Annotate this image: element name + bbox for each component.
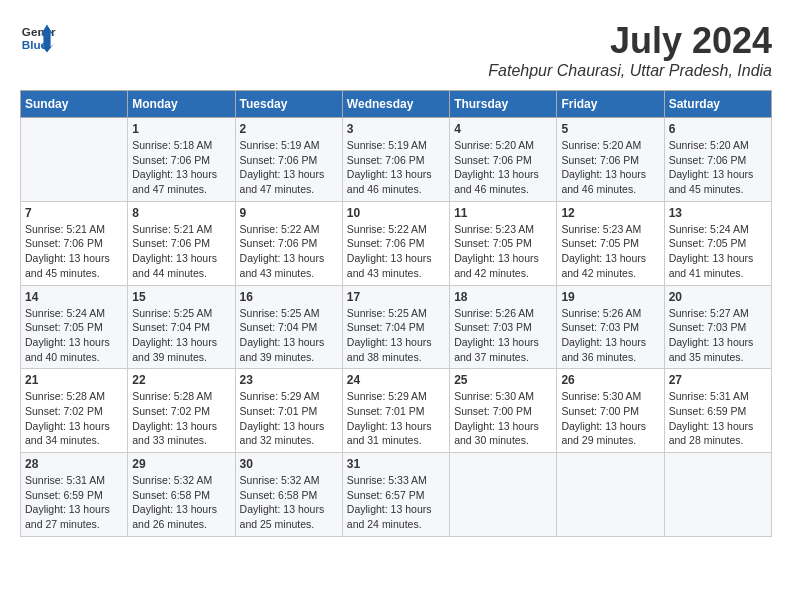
- day-number: 26: [561, 373, 659, 387]
- day-number: 16: [240, 290, 338, 304]
- day-number: 13: [669, 206, 767, 220]
- calendar-cell: 16Sunrise: 5:25 AM Sunset: 7:04 PM Dayli…: [235, 285, 342, 369]
- calendar-cell: 27Sunrise: 5:31 AM Sunset: 6:59 PM Dayli…: [664, 369, 771, 453]
- day-header-tuesday: Tuesday: [235, 91, 342, 118]
- calendar-week-1: 1Sunrise: 5:18 AM Sunset: 7:06 PM Daylig…: [21, 118, 772, 202]
- calendar-cell: 12Sunrise: 5:23 AM Sunset: 7:05 PM Dayli…: [557, 201, 664, 285]
- day-info: Sunrise: 5:31 AM Sunset: 6:59 PM Dayligh…: [25, 473, 123, 532]
- day-number: 17: [347, 290, 445, 304]
- calendar-cell: [21, 118, 128, 202]
- calendar-cell: 26Sunrise: 5:30 AM Sunset: 7:00 PM Dayli…: [557, 369, 664, 453]
- day-number: 23: [240, 373, 338, 387]
- calendar-cell: 11Sunrise: 5:23 AM Sunset: 7:05 PM Dayli…: [450, 201, 557, 285]
- calendar-cell: 25Sunrise: 5:30 AM Sunset: 7:00 PM Dayli…: [450, 369, 557, 453]
- day-info: Sunrise: 5:22 AM Sunset: 7:06 PM Dayligh…: [347, 222, 445, 281]
- day-info: Sunrise: 5:31 AM Sunset: 6:59 PM Dayligh…: [669, 389, 767, 448]
- calendar-cell: 5Sunrise: 5:20 AM Sunset: 7:06 PM Daylig…: [557, 118, 664, 202]
- calendar-cell: 17Sunrise: 5:25 AM Sunset: 7:04 PM Dayli…: [342, 285, 449, 369]
- day-number: 9: [240, 206, 338, 220]
- calendar-week-5: 28Sunrise: 5:31 AM Sunset: 6:59 PM Dayli…: [21, 453, 772, 537]
- calendar-cell: 13Sunrise: 5:24 AM Sunset: 7:05 PM Dayli…: [664, 201, 771, 285]
- day-number: 11: [454, 206, 552, 220]
- day-info: Sunrise: 5:18 AM Sunset: 7:06 PM Dayligh…: [132, 138, 230, 197]
- day-number: 3: [347, 122, 445, 136]
- calendar-week-2: 7Sunrise: 5:21 AM Sunset: 7:06 PM Daylig…: [21, 201, 772, 285]
- day-number: 21: [25, 373, 123, 387]
- day-header-wednesday: Wednesday: [342, 91, 449, 118]
- day-number: 30: [240, 457, 338, 471]
- calendar-cell: 20Sunrise: 5:27 AM Sunset: 7:03 PM Dayli…: [664, 285, 771, 369]
- calendar-cell: 21Sunrise: 5:28 AM Sunset: 7:02 PM Dayli…: [21, 369, 128, 453]
- calendar-cell: 23Sunrise: 5:29 AM Sunset: 7:01 PM Dayli…: [235, 369, 342, 453]
- day-number: 7: [25, 206, 123, 220]
- day-info: Sunrise: 5:26 AM Sunset: 7:03 PM Dayligh…: [561, 306, 659, 365]
- calendar-cell: [664, 453, 771, 537]
- main-title: July 2024: [488, 20, 772, 62]
- header: General Blue July 2024 Fatehpur Chaurasi…: [20, 20, 772, 80]
- day-info: Sunrise: 5:32 AM Sunset: 6:58 PM Dayligh…: [132, 473, 230, 532]
- day-info: Sunrise: 5:25 AM Sunset: 7:04 PM Dayligh…: [240, 306, 338, 365]
- calendar-cell: 15Sunrise: 5:25 AM Sunset: 7:04 PM Dayli…: [128, 285, 235, 369]
- calendar-cell: 10Sunrise: 5:22 AM Sunset: 7:06 PM Dayli…: [342, 201, 449, 285]
- day-info: Sunrise: 5:26 AM Sunset: 7:03 PM Dayligh…: [454, 306, 552, 365]
- day-number: 15: [132, 290, 230, 304]
- calendar-cell: 7Sunrise: 5:21 AM Sunset: 7:06 PM Daylig…: [21, 201, 128, 285]
- day-header-saturday: Saturday: [664, 91, 771, 118]
- day-info: Sunrise: 5:33 AM Sunset: 6:57 PM Dayligh…: [347, 473, 445, 532]
- day-info: Sunrise: 5:25 AM Sunset: 7:04 PM Dayligh…: [132, 306, 230, 365]
- day-info: Sunrise: 5:22 AM Sunset: 7:06 PM Dayligh…: [240, 222, 338, 281]
- day-number: 2: [240, 122, 338, 136]
- day-number: 18: [454, 290, 552, 304]
- day-header-thursday: Thursday: [450, 91, 557, 118]
- day-info: Sunrise: 5:30 AM Sunset: 7:00 PM Dayligh…: [561, 389, 659, 448]
- calendar-cell: 3Sunrise: 5:19 AM Sunset: 7:06 PM Daylig…: [342, 118, 449, 202]
- day-header-sunday: Sunday: [21, 91, 128, 118]
- day-number: 19: [561, 290, 659, 304]
- day-info: Sunrise: 5:28 AM Sunset: 7:02 PM Dayligh…: [25, 389, 123, 448]
- calendar-header-row: SundayMondayTuesdayWednesdayThursdayFrid…: [21, 91, 772, 118]
- logo: General Blue: [20, 20, 56, 56]
- day-number: 8: [132, 206, 230, 220]
- day-header-friday: Friday: [557, 91, 664, 118]
- day-info: Sunrise: 5:19 AM Sunset: 7:06 PM Dayligh…: [347, 138, 445, 197]
- day-number: 14: [25, 290, 123, 304]
- calendar-cell: 22Sunrise: 5:28 AM Sunset: 7:02 PM Dayli…: [128, 369, 235, 453]
- day-header-monday: Monday: [128, 91, 235, 118]
- day-info: Sunrise: 5:24 AM Sunset: 7:05 PM Dayligh…: [25, 306, 123, 365]
- calendar-body: 1Sunrise: 5:18 AM Sunset: 7:06 PM Daylig…: [21, 118, 772, 537]
- calendar-table: SundayMondayTuesdayWednesdayThursdayFrid…: [20, 90, 772, 537]
- day-number: 31: [347, 457, 445, 471]
- day-info: Sunrise: 5:28 AM Sunset: 7:02 PM Dayligh…: [132, 389, 230, 448]
- day-info: Sunrise: 5:30 AM Sunset: 7:00 PM Dayligh…: [454, 389, 552, 448]
- day-number: 25: [454, 373, 552, 387]
- calendar-cell: 4Sunrise: 5:20 AM Sunset: 7:06 PM Daylig…: [450, 118, 557, 202]
- day-info: Sunrise: 5:21 AM Sunset: 7:06 PM Dayligh…: [25, 222, 123, 281]
- day-number: 4: [454, 122, 552, 136]
- calendar-cell: [450, 453, 557, 537]
- day-number: 6: [669, 122, 767, 136]
- day-number: 28: [25, 457, 123, 471]
- calendar-cell: [557, 453, 664, 537]
- calendar-week-4: 21Sunrise: 5:28 AM Sunset: 7:02 PM Dayli…: [21, 369, 772, 453]
- calendar-cell: 8Sunrise: 5:21 AM Sunset: 7:06 PM Daylig…: [128, 201, 235, 285]
- day-number: 12: [561, 206, 659, 220]
- calendar-week-3: 14Sunrise: 5:24 AM Sunset: 7:05 PM Dayli…: [21, 285, 772, 369]
- day-info: Sunrise: 5:23 AM Sunset: 7:05 PM Dayligh…: [561, 222, 659, 281]
- calendar-cell: 14Sunrise: 5:24 AM Sunset: 7:05 PM Dayli…: [21, 285, 128, 369]
- day-info: Sunrise: 5:20 AM Sunset: 7:06 PM Dayligh…: [669, 138, 767, 197]
- calendar-cell: 31Sunrise: 5:33 AM Sunset: 6:57 PM Dayli…: [342, 453, 449, 537]
- logo-icon: General Blue: [20, 20, 56, 56]
- day-info: Sunrise: 5:25 AM Sunset: 7:04 PM Dayligh…: [347, 306, 445, 365]
- calendar-cell: 28Sunrise: 5:31 AM Sunset: 6:59 PM Dayli…: [21, 453, 128, 537]
- day-info: Sunrise: 5:29 AM Sunset: 7:01 PM Dayligh…: [347, 389, 445, 448]
- day-info: Sunrise: 5:32 AM Sunset: 6:58 PM Dayligh…: [240, 473, 338, 532]
- calendar-cell: 24Sunrise: 5:29 AM Sunset: 7:01 PM Dayli…: [342, 369, 449, 453]
- day-info: Sunrise: 5:20 AM Sunset: 7:06 PM Dayligh…: [454, 138, 552, 197]
- calendar-cell: 30Sunrise: 5:32 AM Sunset: 6:58 PM Dayli…: [235, 453, 342, 537]
- day-number: 22: [132, 373, 230, 387]
- day-number: 10: [347, 206, 445, 220]
- day-info: Sunrise: 5:29 AM Sunset: 7:01 PM Dayligh…: [240, 389, 338, 448]
- day-info: Sunrise: 5:27 AM Sunset: 7:03 PM Dayligh…: [669, 306, 767, 365]
- day-info: Sunrise: 5:24 AM Sunset: 7:05 PM Dayligh…: [669, 222, 767, 281]
- day-number: 27: [669, 373, 767, 387]
